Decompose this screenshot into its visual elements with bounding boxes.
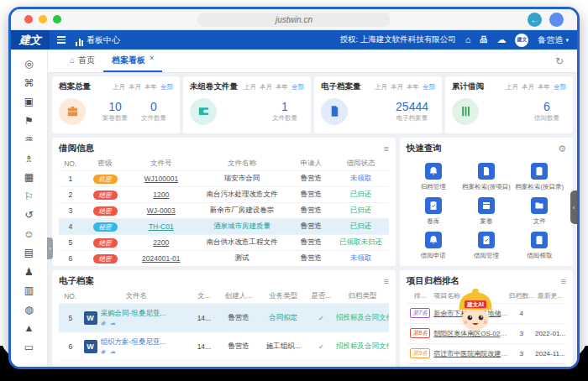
file-name-link[interactable]: 组织方案-坦桑尼亚... xyxy=(101,337,166,347)
quick-item-borrow-manage[interactable]: 借阅管理 xyxy=(459,232,512,260)
undo-icon[interactable]: ↺ xyxy=(24,210,33,221)
face-icon[interactable]: ☺ xyxy=(24,229,34,240)
cloud-icon[interactable]: ☁ xyxy=(496,35,506,44)
flag-icon[interactable]: ⚐ xyxy=(24,191,34,202)
col-archive-type[interactable]: 归档类型 xyxy=(336,291,389,301)
table-row[interactable]: 3 绝密 WJ-0003 新余市厂房建设卷宗 鲁营造 已归还 xyxy=(59,203,389,219)
kanban-center-nav[interactable]: 看板中心 xyxy=(76,34,120,46)
user-icon[interactable]: ♟ xyxy=(24,267,34,278)
file-no-link[interactable]: WJ-0003 xyxy=(147,206,176,215)
ink-drop-icon[interactable]: ◎ xyxy=(24,59,33,70)
id-card-icon[interactable]: ▭ xyxy=(24,342,34,353)
filter-all[interactable]: 全部 xyxy=(423,83,435,91)
col-file-name[interactable]: 文件名称 xyxy=(194,159,290,169)
org-chart-icon[interactable]: 品 xyxy=(480,36,487,44)
tab-home[interactable]: ⌂ 首页 xyxy=(61,50,103,72)
tab-archive-dashboard[interactable]: 档案看板 × xyxy=(103,50,162,72)
quick-item-case-volume[interactable]: 案卷 xyxy=(459,197,512,226)
table-row[interactable]: 5 绝密 2200 南台供水改造工程文件 鲁营造 已领取未归还 xyxy=(59,235,389,251)
filter-all[interactable]: 全部 xyxy=(160,83,173,91)
filter-last-month[interactable]: 上月 xyxy=(113,83,125,91)
col-size[interactable]: 文... xyxy=(191,291,217,301)
filter-all[interactable]: 全部 xyxy=(291,83,304,91)
share-network-icon[interactable]: ⌘ xyxy=(24,78,34,89)
close-tab-icon[interactable]: × xyxy=(150,54,154,62)
ai-assistant-mascot[interactable]: 建文AI xyxy=(452,285,499,337)
file-no-link[interactable]: WJ100001 xyxy=(144,175,178,183)
col-archived-flag[interactable]: 是否... xyxy=(307,291,336,301)
col-file-no[interactable]: 文件号 xyxy=(129,159,195,169)
filter-this-month[interactable]: 本月 xyxy=(129,83,141,91)
filter-last-month[interactable]: 上月 xyxy=(506,83,518,91)
building-icon[interactable]: ▦ xyxy=(24,172,34,183)
table-row-selected[interactable]: 4 秘密 TH-C01 酒泉城市房建质量 鲁营造 已归还 xyxy=(59,219,389,235)
clipboard-user-icon[interactable]: ▤ xyxy=(24,248,34,258)
filter-this-month[interactable]: 本月 xyxy=(522,83,534,91)
panel-menu-icon[interactable]: ≡ xyxy=(384,144,389,154)
filter-this-month[interactable]: 本月 xyxy=(260,83,272,91)
file-no-link[interactable]: 1200 xyxy=(153,190,169,199)
col-creator[interactable]: 创建人... xyxy=(218,291,260,301)
file-no-link[interactable]: TH-C01 xyxy=(149,222,174,231)
col-status[interactable]: 借阅状态 xyxy=(333,159,389,169)
filter-this-year[interactable]: 本年 xyxy=(407,83,419,91)
maximize-window-button[interactable] xyxy=(53,15,61,23)
panel-menu-icon[interactable]: ≡ xyxy=(561,276,566,286)
filter-last-month[interactable]: 上月 xyxy=(375,83,387,91)
project-name-link[interactable]: 宿迁市中医院南院改建项... xyxy=(433,349,508,358)
quick-item-archive-manage[interactable]: 归档管理 xyxy=(407,163,459,191)
briefcase-icon[interactable]: ▣ xyxy=(24,97,34,107)
back-button[interactable]: ← xyxy=(528,13,542,27)
preview-icon[interactable]: ◉ xyxy=(101,320,106,326)
right-panel-collapse-handle[interactable]: ‹ xyxy=(570,190,577,224)
table-row-selected[interactable]: 5 W 采购合同-坦桑尼亚... ◉☁ 14... 鲁营造 合同拟定 ✓ 招 xyxy=(59,304,389,332)
panel-menu-icon[interactable]: ≡ xyxy=(384,276,389,286)
app-logo[interactable]: 建文 xyxy=(11,30,50,50)
address-bar[interactable]: justwin.cn xyxy=(197,13,391,27)
home-icon[interactable]: ⌂ xyxy=(465,35,471,44)
col-biz-type[interactable]: 业务类型 xyxy=(260,291,307,301)
table-row[interactable]: 2 绝密 1200 南台污水处理改造文件 鲁营造 已归还 xyxy=(59,187,389,203)
wifi-icon[interactable]: ♒ xyxy=(24,134,34,145)
col-file-name[interactable]: 文件名 xyxy=(82,291,192,301)
sidebar-expand-handle[interactable]: › xyxy=(47,237,53,259)
card-title: 累计借阅 xyxy=(452,81,484,92)
quick-item-volume-library[interactable]: 卷库 xyxy=(407,197,459,226)
profile-button[interactable] xyxy=(549,13,564,27)
col-archive-count[interactable]: 归档数... xyxy=(509,291,534,300)
table-row[interactable]: 6 绝密 2024001-01 测试 鲁营造 未领取 xyxy=(59,251,389,266)
filter-this-year[interactable]: 本年 xyxy=(538,83,550,91)
filter-this-year[interactable]: 本年 xyxy=(144,83,157,91)
quick-item-borrow-apply[interactable]: 借阅申请 xyxy=(407,232,459,260)
file-name-link[interactable]: 采购合同-坦桑尼亚... xyxy=(101,309,166,319)
shield-icon[interactable]: ♗ xyxy=(24,154,34,164)
col-last-update[interactable]: 最新更... xyxy=(534,291,566,300)
file-no-link[interactable]: 2200 xyxy=(153,238,169,247)
book-icon[interactable]: ▥ xyxy=(24,285,34,296)
filter-all[interactable]: 全部 xyxy=(554,83,566,91)
quick-item-files[interactable]: 文件 xyxy=(513,197,566,226)
quick-item-borrow-pickup[interactable]: 借阅领取 xyxy=(513,232,566,260)
filter-last-month[interactable]: 上月 xyxy=(244,83,256,91)
globe-icon[interactable]: ◍ xyxy=(24,305,33,316)
user-menu[interactable]: 鲁营造▾ xyxy=(538,34,569,46)
quick-item-search-by-catalog[interactable]: 档案检索(按目录) xyxy=(513,163,566,191)
quick-item-search-by-project[interactable]: 档案检索(按项目) xyxy=(459,163,512,191)
close-window-button[interactable] xyxy=(24,15,33,23)
table-row[interactable]: 6 W 组织方案-坦桑尼亚... ◉☁ 14... 鲁营造 施工组织... ✓ xyxy=(59,332,389,361)
table-row[interactable]: 1 机密 WJ100001 瑞安市合同 鲁营造 未领取 xyxy=(59,171,389,187)
filter-this-month[interactable]: 本月 xyxy=(391,83,403,91)
flag-user-icon[interactable]: ⚑ xyxy=(24,116,34,127)
menu-toggle-icon[interactable] xyxy=(57,36,66,44)
minimize-window-button[interactable] xyxy=(39,15,47,23)
table-row[interactable]: 第9名 宿迁市中医院南院改建项... 3 2024-11... xyxy=(407,344,566,364)
col-applicant[interactable]: 申请人 xyxy=(290,159,333,169)
mountain-icon[interactable]: ▲ xyxy=(24,323,34,334)
file-no-link[interactable]: 2024001-01 xyxy=(142,254,180,263)
filter-this-year[interactable]: 本年 xyxy=(276,83,288,91)
preview-icon[interactable]: ◉ xyxy=(101,348,106,355)
download-icon[interactable]: ☁ xyxy=(110,320,116,326)
refresh-icon[interactable]: ↻ xyxy=(555,55,564,67)
gear-icon[interactable]: ⚙ xyxy=(558,144,566,154)
download-icon[interactable]: ☁ xyxy=(110,348,116,355)
